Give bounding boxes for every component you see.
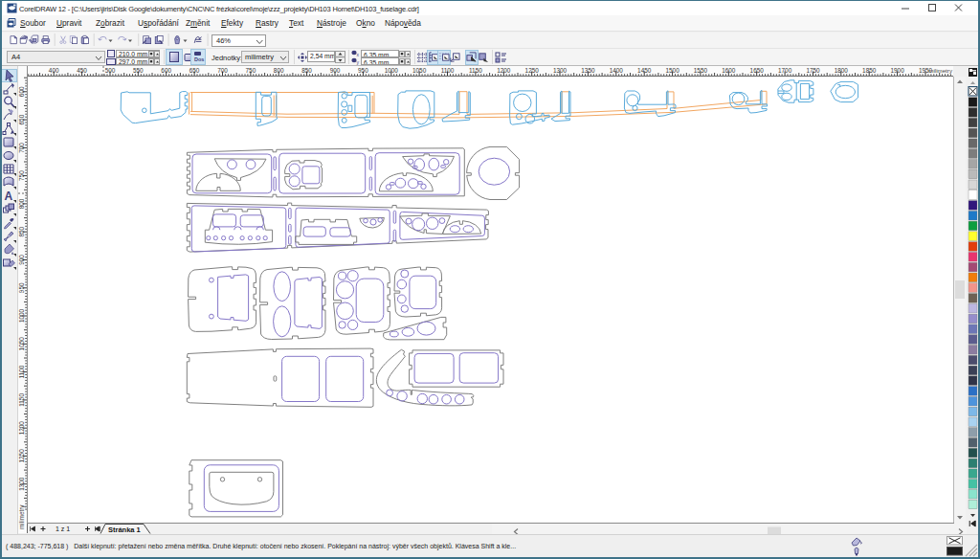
- svg-text:x: x: [357, 52, 360, 57]
- svg-text:600: 600: [161, 67, 171, 74]
- svg-text:650: 650: [18, 114, 25, 124]
- svg-text:800: 800: [274, 67, 284, 74]
- svg-text:1300: 1300: [18, 477, 25, 491]
- svg-text:1900: 1900: [890, 67, 904, 74]
- svg-text:1750: 1750: [806, 67, 820, 74]
- svg-text:1000: 1000: [385, 67, 399, 74]
- svg-text:950: 950: [18, 282, 25, 293]
- svg-text:1350: 1350: [581, 67, 595, 74]
- svg-text:1450: 1450: [637, 67, 652, 74]
- svg-text:1100: 1100: [441, 67, 455, 74]
- svg-text:950: 950: [358, 67, 368, 74]
- svg-text:1850: 1850: [862, 67, 877, 74]
- svg-text:1250: 1250: [525, 67, 540, 74]
- svg-text:750: 750: [246, 67, 256, 74]
- svg-text:1550: 1550: [694, 67, 708, 74]
- svg-text:850: 850: [301, 67, 312, 74]
- svg-text:750: 750: [18, 170, 25, 181]
- svg-text:1200: 1200: [18, 421, 25, 436]
- svg-text:1600: 1600: [722, 67, 736, 74]
- svg-text:Dos: Dos: [194, 56, 204, 62]
- svg-text:700: 700: [18, 143, 25, 153]
- svg-text:500: 500: [105, 67, 116, 74]
- svg-text:1200: 1200: [497, 67, 511, 74]
- svg-text:700: 700: [217, 67, 228, 74]
- svg-text:1100: 1100: [18, 365, 25, 378]
- svg-text:600: 600: [18, 86, 25, 97]
- svg-text:650: 650: [189, 67, 200, 74]
- svg-text:1000: 1000: [18, 308, 25, 323]
- svg-text:1150: 1150: [18, 393, 25, 407]
- svg-text:1050: 1050: [18, 337, 25, 351]
- svg-text:1050: 1050: [412, 67, 427, 74]
- svg-text:550: 550: [133, 67, 144, 74]
- svg-text:1500: 1500: [665, 67, 679, 74]
- svg-text:milimetry: milimetry: [928, 67, 953, 74]
- svg-text:1400: 1400: [610, 67, 624, 74]
- svg-text:450: 450: [77, 67, 87, 74]
- svg-text:850: 850: [18, 226, 25, 236]
- svg-text:800: 800: [18, 198, 25, 209]
- svg-text:1300: 1300: [553, 67, 568, 74]
- svg-text:400: 400: [49, 67, 59, 74]
- svg-text:900: 900: [18, 255, 25, 265]
- svg-text:milimetry: milimetry: [18, 504, 26, 529]
- svg-text:y: y: [357, 59, 360, 65]
- svg-text:900: 900: [330, 67, 341, 74]
- svg-text:1700: 1700: [778, 67, 792, 74]
- svg-text:1250: 1250: [18, 449, 25, 463]
- svg-text:1650: 1650: [750, 67, 765, 74]
- svg-text:1150: 1150: [469, 67, 482, 74]
- svg-text:A: A: [5, 190, 13, 203]
- svg-text:1800: 1800: [835, 67, 849, 74]
